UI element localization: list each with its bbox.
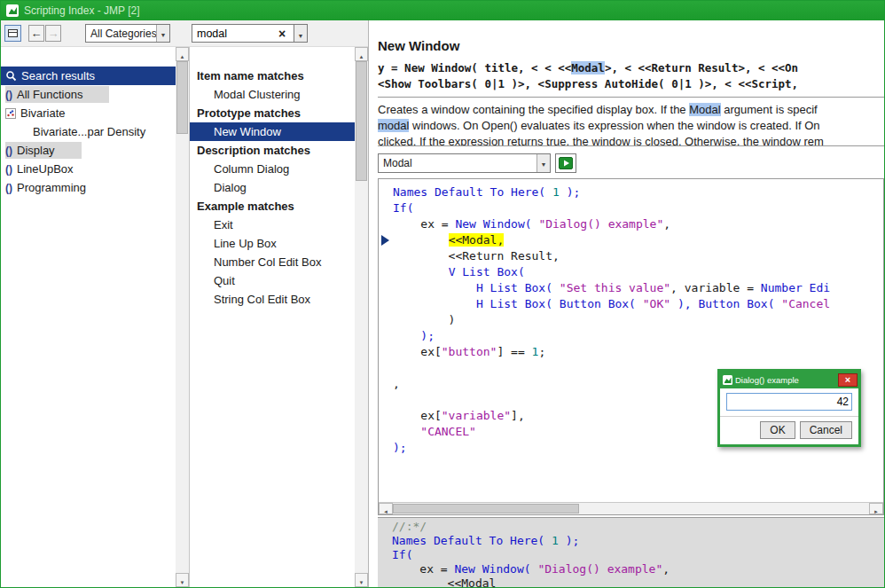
sidebar-item-label: All Functions (17, 88, 82, 101)
window-title: Scripting Index - JMP [2] (24, 4, 140, 17)
right-arrow-icon (873, 501, 879, 516)
toolbar: All Categories (1, 20, 368, 47)
result-item[interactable]: Exit (190, 216, 355, 234)
run-example-button[interactable] (555, 153, 576, 173)
results-group-header: Prototype matches (190, 104, 355, 122)
results-list: Item name matches Modal Clustering Proto… (190, 47, 355, 309)
sidebar-item-all-functions[interactable]: () All Functions (1, 85, 176, 104)
title-bar[interactable]: Scripting Index - JMP [2] (1, 1, 884, 20)
code-segment: "Cancel (781, 297, 830, 310)
category-panel: Search results () All Functions (1, 47, 189, 587)
code-segment (393, 233, 449, 247)
clear-search-button[interactable] (274, 25, 290, 42)
code-line: <Show Toolbars( 0|1 )>, <Suppress AutoHi… (378, 75, 884, 91)
scrollbar-thumb[interactable] (176, 61, 188, 134)
result-item[interactable]: Quit (190, 271, 355, 290)
search-box[interactable] (192, 24, 294, 43)
code-segment: ], (511, 409, 525, 422)
code-segment: "Set this value" (560, 281, 670, 294)
sidebar-item-bivariate-nonpar-density[interactable]: Bivariate...par Density (1, 122, 176, 141)
scroll-down-button[interactable] (176, 573, 189, 587)
sidebar-item-search-results[interactable]: Search results (1, 67, 176, 85)
up-arrow-icon (180, 46, 185, 62)
category-scrollbar[interactable] (176, 47, 189, 587)
code-segment: V List Box( (449, 265, 525, 278)
code-line: ex["button"] == 1; (393, 344, 830, 360)
code-segment: "button" (442, 345, 497, 358)
result-item-selected[interactable]: New Window (190, 122, 355, 141)
sidebar-item-programming[interactable]: () Programming (1, 178, 176, 197)
cancel-button[interactable]: Cancel (800, 421, 852, 439)
scrollbar-thumb[interactable] (356, 61, 367, 181)
sidebar-item-lineupbox[interactable]: () LineUpBox (1, 160, 176, 178)
scroll-up-button[interactable] (355, 47, 368, 61)
code-line: ); (393, 328, 830, 344)
scroll-up-button[interactable] (176, 47, 189, 61)
chevron-down-icon (161, 27, 167, 40)
scrollbar-thumb[interactable] (393, 504, 579, 514)
code-segment (393, 265, 449, 278)
dialog-value-field[interactable] (726, 393, 852, 411)
sidebar-item-display[interactable]: () Display (1, 141, 176, 160)
example-code-editor[interactable]: Names Default To Here( 1 );If( ex = New … (378, 178, 884, 515)
functions-paren-icon: () (5, 145, 12, 157)
sidebar-item-label: Search results (21, 69, 95, 82)
code-segment: "Dialog() example" (538, 217, 663, 231)
code-line: Creates a window containing the specifie… (378, 102, 884, 118)
full-script-block[interactable]: //:*/Names Default To Here( 1 );If( ex =… (378, 517, 884, 587)
result-item[interactable]: Line Up Box (190, 234, 355, 253)
scroll-right-button[interactable] (869, 503, 883, 514)
code-segment: If( (392, 548, 412, 561)
results-group-header: Description matches (190, 141, 355, 160)
result-item[interactable]: Number Col Edit Box (190, 253, 355, 271)
code-segment: "CANCEL" (420, 425, 476, 438)
dialog-example-window[interactable]: Dialog() example OK Cancel (717, 369, 861, 447)
scrollbar-track[interactable] (176, 61, 189, 573)
down-arrow-icon (180, 572, 185, 588)
result-item[interactable]: String Col Edit Box (190, 290, 355, 309)
results-group-header: Example matches (190, 197, 355, 216)
category-dropdown[interactable]: All Categories (85, 24, 170, 43)
sidebar-item-bivariate[interactable]: Bivariate (1, 104, 176, 122)
code-line: ex = New Window( "Dialog() example", (392, 562, 884, 576)
left-arrow-icon (383, 501, 388, 516)
result-item[interactable]: Column Dialog (190, 160, 355, 178)
code-line: <<Return Result, (393, 248, 830, 264)
code-segment: ); (560, 185, 580, 199)
result-item[interactable]: Modal Clustering (190, 85, 355, 104)
code-line: ex = New Window( "Dialog() example", (393, 216, 830, 232)
search-input[interactable] (192, 27, 274, 40)
ok-button[interactable]: OK (760, 421, 795, 439)
dialog-title-bar[interactable]: Dialog() example (720, 372, 858, 388)
results-panel: Item name matches Modal Clustering Proto… (189, 47, 368, 587)
editor-horizontal-scrollbar[interactable] (379, 502, 883, 514)
code-segment: Number Edi (761, 281, 830, 294)
result-item[interactable]: Dialog (190, 178, 355, 197)
toggle-panels-button[interactable] (4, 25, 21, 42)
code-line: <<Modal, (393, 232, 830, 248)
lists-row: Search results () All Functions (1, 47, 368, 587)
results-scrollbar[interactable] (355, 47, 368, 587)
example-dropdown-arrow[interactable] (536, 154, 550, 172)
dialog-separator (720, 416, 858, 417)
chevron-down-icon (541, 157, 547, 169)
example-dropdown[interactable]: Modal (378, 153, 551, 173)
dialog-close-button[interactable] (838, 373, 858, 387)
scroll-left-button[interactable] (379, 503, 393, 514)
code-segment: Names Default To Here( (393, 185, 552, 199)
code-line: y = New Window( title, < < <<Modal>, < <… (378, 59, 884, 75)
code-segment: <<Return Result, (393, 249, 560, 263)
functions-paren-icon: () (5, 163, 12, 176)
scrollbar-track[interactable] (355, 61, 368, 573)
dialog-button-row: OK Cancel (726, 421, 852, 439)
code-segment: If( (393, 201, 413, 215)
search-history-dropdown[interactable] (294, 24, 308, 43)
code-line: Names Default To Here( 1 ); (392, 534, 884, 548)
dialog-body: OK Cancel (720, 388, 858, 444)
category-dropdown-arrow[interactable] (156, 25, 169, 42)
forward-button[interactable] (45, 25, 61, 42)
scroll-down-button[interactable] (355, 573, 368, 587)
back-button[interactable] (28, 25, 44, 42)
category-dropdown-value: All Categories (86, 27, 156, 40)
scrollbar-track[interactable] (393, 503, 869, 514)
